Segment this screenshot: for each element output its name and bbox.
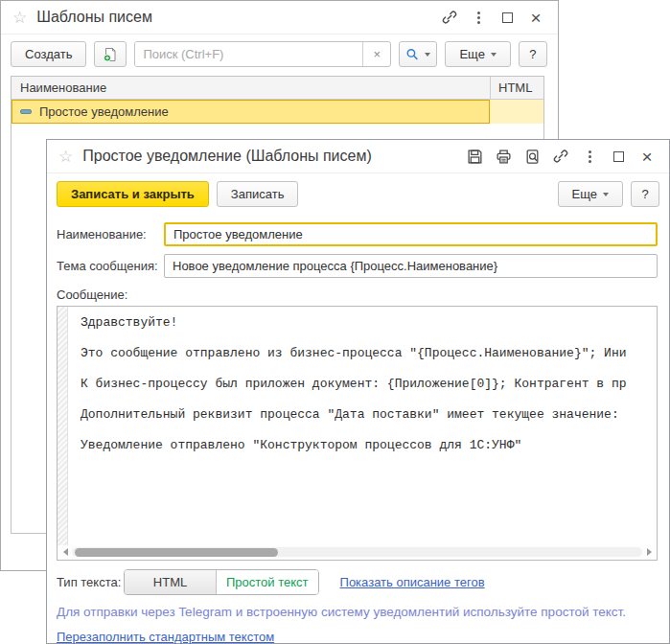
- horizontal-scrollbar[interactable]: [58, 545, 656, 559]
- print-icon[interactable]: [491, 145, 516, 168]
- column-header-name[interactable]: Наименование: [12, 77, 490, 99]
- get-link-icon[interactable]: [437, 6, 462, 29]
- list-titlebar: ☆ Шаблоны писем ×: [1, 1, 558, 34]
- message-editor[interactable]: Здравствуйте! Это сообщение отправлено и…: [57, 306, 658, 561]
- table-header: Наименование HTML: [12, 77, 543, 100]
- maximize-icon[interactable]: [606, 145, 631, 168]
- save-close-button[interactable]: Записать и закрыть: [57, 181, 209, 207]
- telegram-hint-text: Для отправки через Telegram и встроенную…: [57, 605, 658, 619]
- template-name-cell[interactable]: Простое уведомление: [12, 100, 490, 124]
- more-menu-icon[interactable]: [466, 6, 491, 29]
- template-card-window: ☆ Простое уведомление (Шаблоны писем): [46, 139, 670, 644]
- text-type-label: Тип текста:: [57, 575, 124, 589]
- chevron-down-icon: [425, 53, 430, 57]
- text-type-html-option[interactable]: HTML: [125, 570, 217, 594]
- get-link-icon[interactable]: [548, 145, 573, 168]
- create-copy-button[interactable]: [94, 41, 127, 67]
- scroll-right-icon[interactable]: [642, 548, 656, 556]
- text-type-toggle: HTML Простой текст: [124, 569, 319, 595]
- card-help-button[interactable]: ?: [631, 181, 659, 207]
- chevron-down-icon: [491, 53, 497, 57]
- template-html-cell[interactable]: [490, 100, 543, 124]
- chevron-down-icon: [603, 193, 609, 196]
- scrollbar-track[interactable]: [72, 547, 642, 557]
- message-label: Сообщение:: [57, 288, 658, 302]
- maximize-icon[interactable]: [495, 6, 520, 29]
- scrollbar-thumb[interactable]: [75, 548, 278, 557]
- editor-gutter: [58, 307, 68, 545]
- list-more-button[interactable]: Еще: [445, 41, 510, 67]
- subject-field[interactable]: [164, 254, 658, 278]
- favorite-star-icon[interactable]: ☆: [12, 10, 27, 26]
- close-icon[interactable]: ×: [635, 145, 659, 168]
- favorite-star-icon[interactable]: ☆: [58, 149, 73, 165]
- refill-standard-text-link[interactable]: Перезаполнить стандартным текстом: [57, 630, 274, 644]
- catalog-item-icon: [20, 109, 32, 114]
- card-titlebar: ☆ Простое уведомление (Шаблоны писем): [47, 140, 669, 173]
- create-button[interactable]: Создать: [11, 41, 86, 67]
- table-row[interactable]: Простое уведомление: [12, 100, 543, 124]
- list-toolbar: Создать × Еще ?: [1, 34, 558, 76]
- search-box: ×: [134, 41, 391, 67]
- template-name: Простое уведомление: [39, 104, 169, 119]
- message-text[interactable]: Здравствуйте! Это сообщение отправлено и…: [58, 307, 657, 453]
- card-window-title: Простое уведомление (Шаблоны писем): [82, 148, 462, 165]
- scroll-left-icon[interactable]: [58, 548, 72, 556]
- show-tags-link[interactable]: Показать описание тегов: [340, 575, 485, 589]
- name-field-label: Наименование:: [57, 227, 164, 242]
- save-button[interactable]: Записать: [217, 181, 299, 207]
- text-type-plain-option[interactable]: Простой текст: [217, 570, 318, 594]
- search-clear-icon[interactable]: ×: [362, 42, 390, 66]
- card-more-button[interactable]: Еще: [558, 181, 623, 207]
- more-menu-icon[interactable]: [577, 145, 602, 168]
- document-plus-icon: [103, 47, 118, 62]
- save-icon[interactable]: [462, 145, 487, 168]
- list-help-button[interactable]: ?: [519, 41, 547, 67]
- column-header-html[interactable]: HTML: [490, 77, 543, 99]
- search-input[interactable]: [135, 42, 362, 66]
- close-icon[interactable]: ×: [523, 6, 548, 29]
- search-options-button[interactable]: [399, 41, 437, 67]
- name-field[interactable]: [164, 222, 658, 246]
- subject-field-label: Тема сообщения:: [57, 259, 164, 273]
- card-toolbar: Записать и закрыть Записать Еще ?: [47, 173, 669, 213]
- list-window-title: Шаблоны писем: [36, 9, 437, 26]
- search-icon: [405, 47, 419, 61]
- preview-icon[interactable]: [520, 145, 544, 168]
